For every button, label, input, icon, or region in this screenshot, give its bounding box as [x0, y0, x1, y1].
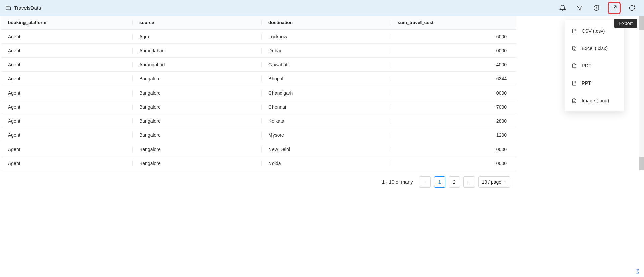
cell-booking: Agent [1, 34, 132, 39]
page-title: TravelsData [14, 5, 41, 11]
scroll-thumb-bottom[interactable] [639, 157, 644, 170]
export-pdf-label: PDF [582, 63, 591, 68]
table-row[interactable]: AgentBangaloreChandigarh0000 [1, 86, 516, 100]
export-image[interactable]: Image (.png) [565, 92, 624, 109]
column-header-destination[interactable]: destination [261, 20, 391, 25]
pagination-page-2[interactable]: 2 [449, 176, 460, 188]
export-tooltip: Export [614, 19, 637, 28]
notifications-button[interactable] [557, 3, 568, 13]
page-title-group: TravelsData [5, 5, 41, 11]
data-table: booking_platform source destination sum_… [1, 16, 516, 170]
scroll-thumb-top[interactable] [639, 16, 644, 30]
export-button[interactable] [608, 2, 621, 14]
header-bar: TravelsData [0, 0, 644, 16]
table-body: AgentAgraLucknow6000AgentAhmedabadDubai0… [1, 30, 516, 170]
table-row[interactable]: AgentBangaloreChennai7000 [1, 100, 516, 114]
refresh-button[interactable] [627, 3, 637, 13]
cell-cost: 1200 [391, 132, 515, 138]
cell-source: Ahmedabad [132, 48, 261, 53]
table-row[interactable]: AgentBangaloreKolkata2800 [1, 114, 516, 128]
table-row[interactable]: AgentBangaloreBhopal6344 [1, 72, 516, 86]
filter-button[interactable] [574, 3, 585, 13]
cell-destination: Mysore [261, 132, 391, 138]
cell-cost: 6344 [391, 76, 515, 81]
table-row[interactable]: AgentAurangabadGuwahati4000 [1, 58, 516, 72]
cell-cost: 6000 [391, 34, 515, 39]
cell-booking: Agent [1, 147, 132, 152]
export-csv-label: CSV (.csv) [582, 28, 605, 34]
cell-source: Bangalore [132, 104, 261, 110]
cell-destination: Lucknow [261, 34, 391, 39]
pagination-prev[interactable] [419, 176, 431, 188]
cell-source: Bangalore [132, 90, 261, 96]
cell-destination: New Delhi [261, 147, 391, 152]
cell-booking: Agent [1, 132, 132, 138]
cell-destination: Dubai [261, 48, 391, 53]
export-menu: CSV (.csv) Excel (.xlsx) PDF PPT Image (… [565, 20, 624, 111]
cell-cost: 7000 [391, 104, 515, 110]
export-image-label: Image (.png) [582, 98, 609, 103]
table-row[interactable]: AgentBangaloreNoida10000 [1, 156, 516, 170]
cell-source: Bangalore [132, 132, 261, 138]
table-header-row: booking_platform source destination sum_… [1, 16, 516, 30]
cell-destination: Noida [261, 161, 391, 166]
cell-booking: Agent [1, 48, 132, 53]
pagination: 1 - 10 of many 1 2 10 / page [1, 170, 516, 188]
pagination-next[interactable] [463, 176, 475, 188]
pagination-info: 1 - 10 of many [382, 179, 413, 185]
hourglass-icon [635, 269, 640, 274]
cell-booking: Agent [1, 104, 132, 110]
cell-booking: Agent [1, 161, 132, 166]
export-pdf[interactable]: PDF [565, 57, 624, 74]
column-header-cost[interactable]: sum_travel_cost [391, 20, 515, 25]
export-excel[interactable]: Excel (.xlsx) [565, 40, 624, 57]
chevron-down-icon [503, 180, 507, 184]
page-size-label: 10 / page [482, 179, 501, 185]
cell-cost: 2800 [391, 118, 515, 124]
cell-source: Bangalore [132, 118, 261, 124]
table-row[interactable]: AgentAgraLucknow6000 [1, 30, 516, 44]
table-row[interactable]: AgentBangaloreNew Delhi10000 [1, 142, 516, 156]
cell-source: Aurangabad [132, 62, 261, 67]
pagination-page-1[interactable]: 1 [434, 176, 445, 188]
cell-cost: 10000 [391, 147, 515, 152]
schedule-button[interactable] [591, 3, 602, 13]
column-header-booking[interactable]: booking_platform [1, 20, 132, 25]
cell-cost: 0000 [391, 90, 515, 96]
cell-cost: 4000 [391, 62, 515, 67]
cell-destination: Chennai [261, 104, 391, 110]
page-size-select[interactable]: 10 / page [478, 176, 510, 188]
cell-source: Bangalore [132, 147, 261, 152]
cell-booking: Agent [1, 76, 132, 81]
table-row[interactable]: AgentAhmedabadDubai0000 [1, 44, 516, 58]
header-actions [557, 2, 639, 14]
export-excel-label: Excel (.xlsx) [582, 46, 608, 51]
cell-destination: Bhopal [261, 76, 391, 81]
cell-booking: Agent [1, 90, 132, 96]
cell-destination: Chandigarh [261, 90, 391, 96]
cell-source: Bangalore [132, 161, 261, 166]
table-row[interactable]: AgentBangaloreMysore1200 [1, 128, 516, 142]
cell-cost: 0000 [391, 48, 515, 53]
cell-destination: Guwahati [261, 62, 391, 67]
cell-source: Agra [132, 34, 261, 39]
cell-cost: 10000 [391, 161, 515, 166]
cell-source: Bangalore [132, 76, 261, 81]
vertical-scrollbar[interactable] [639, 16, 644, 170]
folder-icon [5, 5, 11, 11]
cell-destination: Kolkata [261, 118, 391, 124]
column-header-source[interactable]: source [132, 20, 261, 25]
cell-booking: Agent [1, 118, 132, 124]
export-ppt-label: PPT [582, 80, 591, 86]
cell-booking: Agent [1, 62, 132, 67]
export-ppt[interactable]: PPT [565, 74, 624, 92]
